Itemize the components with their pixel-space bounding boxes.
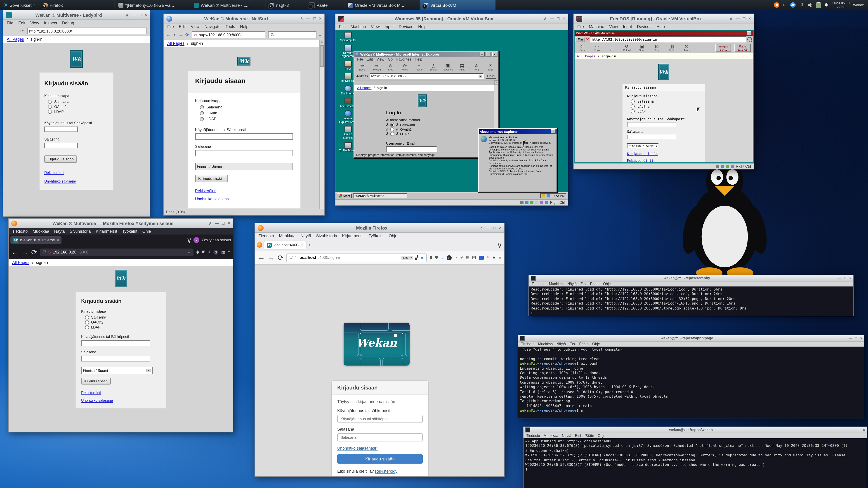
menu-item[interactable]: View	[30, 21, 39, 25]
user-indicator[interactable]: wekan	[853, 3, 864, 7]
dillo-toolbar-button[interactable]: ▥Book	[666, 44, 678, 52]
menu-item[interactable]: Tiedosto	[12, 229, 28, 234]
menu-item[interactable]: Devices	[399, 24, 413, 29]
taskbar-item-firefox[interactable]: 3 Firefox	[39, 0, 115, 10]
signin-button[interactable]: Kirjaudu sisään	[81, 378, 111, 385]
username-input[interactable]	[337, 415, 423, 423]
menu-item[interactable]: Edit	[179, 24, 186, 29]
minimize-button[interactable]: —	[849, 337, 852, 340]
extension-shield-icon[interactable]: ⛨	[460, 255, 463, 260]
menu-item[interactable]: Help	[415, 57, 422, 61]
maximize-button[interactable]: □	[858, 428, 860, 431]
back-dropdown[interactable]: ▼	[173, 33, 176, 36]
ublock-badge[interactable]: 9+	[478, 256, 484, 260]
ie-toolbar-button[interactable]: ◎Search	[428, 63, 439, 71]
menu-item[interactable]: Input	[385, 24, 394, 29]
minimize-button[interactable]: —	[486, 225, 490, 230]
new-tab-button[interactable]: +	[64, 237, 66, 242]
vbox-titlebar[interactable]: Windows 95 [Running] - Oracle VM Virtual…	[336, 14, 568, 24]
shade-button[interactable]: ∧	[480, 225, 483, 230]
ie-toolbar-button[interactable]: ⌂Home	[413, 63, 425, 71]
back-button[interactable]: ←	[258, 254, 265, 262]
password-input[interactable]	[44, 143, 78, 148]
back-button[interactable]: ←	[166, 33, 170, 37]
close-button[interactable]: ×	[228, 221, 230, 225]
menu-item[interactable]: Machine	[350, 24, 366, 29]
taskbar-item-gimp[interactable]: *[Nimetön]-1.0 (RGB-vä...	[115, 0, 190, 10]
menu-item[interactable]: Pääte	[590, 282, 599, 286]
radio-oauth2[interactable]	[48, 105, 52, 109]
menu-item[interactable]: Sivuhistoria	[316, 234, 337, 238]
signin-button[interactable]: Kirjaudu sisään	[44, 156, 77, 163]
register-link[interactable]: Rekisteröinti	[627, 159, 653, 162]
scroll-thumb[interactable]	[320, 45, 324, 67]
taskbar-item-virtualboxvm[interactable]: 2 VirtualBoxVM	[420, 0, 495, 10]
password-input[interactable]	[81, 356, 150, 361]
menu-item[interactable]: File	[167, 24, 174, 29]
radio-label[interactable]: LDAP	[54, 110, 64, 114]
minimize-button[interactable]: —	[132, 13, 136, 17]
app-menu-button[interactable]: ≡	[228, 250, 230, 254]
ie-titlebar[interactable]: WeKan ® Multiverse - Microsoft Internet …	[354, 52, 498, 57]
menu-item[interactable]: Kirjanmerkit	[342, 234, 364, 238]
reload-button[interactable]: ⟳	[185, 33, 189, 37]
screenshot-tray-icon[interactable]: ✕	[774, 2, 780, 8]
hp-tray-icon[interactable]: hp	[790, 2, 796, 8]
menu-item[interactable]: Devices	[637, 24, 651, 29]
extension-puzzle-icon[interactable]: ▦	[221, 250, 225, 254]
tab-localhost[interactable]: W localhost:4000/ ×	[264, 241, 306, 249]
search-field[interactable]: G	[268, 31, 316, 38]
about-titlebar[interactable]: About Internet Explorer ×	[479, 129, 557, 134]
close-button[interactable]: ×	[551, 129, 556, 134]
username-input[interactable]	[195, 133, 293, 140]
shade-button[interactable]: ∧	[730, 16, 733, 21]
username-input[interactable]	[386, 147, 437, 152]
url-bar[interactable]: ⊘http://192.168.0.20:8000/	[191, 31, 266, 38]
menu-item[interactable]: Tiedosto	[521, 342, 535, 346]
radio-label[interactable]: Password	[400, 123, 415, 127]
search-icon[interactable]	[747, 37, 752, 41]
minimize-button[interactable]: —	[851, 428, 855, 431]
taskbar-item-wekan[interactable]: WeKan ® Multiverse - L...	[190, 0, 266, 10]
menu-item[interactable]: Kirjanmerkit	[96, 229, 117, 234]
ie-toolbar-button[interactable]: ⊗Stop	[385, 63, 396, 71]
radio-label[interactable]: OAuth2	[638, 104, 650, 108]
address-dropdown[interactable]: ▼	[478, 74, 482, 78]
radio-label[interactable]: OAuth2	[91, 320, 103, 324]
url-field[interactable]: http://192.168.0.20:8000/sign-in	[590, 36, 746, 42]
register-link[interactable]: Rekisteröinti	[81, 391, 101, 395]
extension-server-icon[interactable]: ▤	[472, 255, 476, 260]
reload-button[interactable]: ⟳	[31, 248, 37, 256]
forgot-password-link[interactable]: Unohtuiko salasana	[44, 180, 76, 184]
menu-item[interactable]: Muokkaa	[33, 229, 49, 234]
menu-item[interactable]: Ohje	[143, 229, 151, 234]
network-tray-icon[interactable]: ⇅	[799, 2, 804, 7]
shade-button[interactable]: ∧	[544, 16, 547, 21]
menu-item[interactable]: Edit	[18, 21, 25, 25]
address-field[interactable]: http://192.168.0.20:8000/▼	[370, 73, 484, 79]
menu-item[interactable]: Help	[656, 24, 665, 29]
back-button[interactable]: ←	[6, 29, 10, 33]
menu-item[interactable]: View	[376, 57, 384, 61]
volume-tray-icon[interactable]	[808, 2, 813, 7]
minimize-button[interactable]: —	[215, 221, 219, 225]
links-button[interactable]: Links	[485, 74, 496, 78]
taskbar-item-nsgtk3[interactable]: 2 nsgtk3	[266, 0, 305, 10]
menu-item[interactable]: Etsi	[581, 282, 587, 286]
extension-puzzle-icon[interactable]: ▦	[465, 255, 469, 260]
terminal-titlebar[interactable]: wekan@z: ~/repos/w/php/page —□×	[518, 335, 864, 341]
terminal-titlebar[interactable]: wekan@z: ~/repos/wekan —□×	[524, 427, 867, 433]
radio-label[interactable]: LDAP	[638, 109, 646, 113]
tab-close-icon[interactable]: ×	[301, 242, 303, 247]
taskbar-item-terminal[interactable]: 5 Pääte	[305, 0, 344, 10]
new-tab-button[interactable]: +	[308, 242, 311, 248]
close-button[interactable]: ×	[145, 13, 147, 17]
language-select[interactable]: Finnish / Suomi	[195, 163, 293, 170]
radio-ldap[interactable]	[390, 132, 394, 136]
back-button[interactable]: ←	[11, 248, 19, 256]
shield-check-icon[interactable]: ⛊	[202, 250, 205, 255]
menu-item[interactable]: Etsi	[575, 434, 581, 438]
menu-item[interactable]: Tiedosto	[258, 234, 274, 238]
bookmark-star-icon[interactable]: ☆	[187, 250, 191, 254]
start-button[interactable]: Start	[337, 193, 352, 198]
